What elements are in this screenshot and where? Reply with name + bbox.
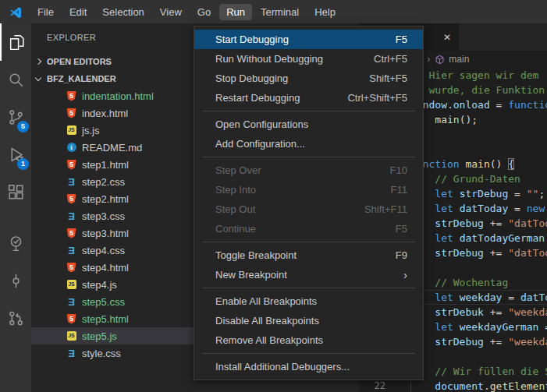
menu-item-new-breakpoint[interactable]: New Breakpoint› [194,265,423,284]
file-name: step2.css [82,176,125,188]
sidebar-title: EXPLORER [47,33,96,42]
js-file-icon: JS [66,125,77,135]
menu-item-step-over: Step OverF10 [194,161,423,180]
menubar-item-run[interactable]: Run [219,4,252,20]
html-file-icon: 5 [66,108,77,118]
file-name: README.md [82,142,142,154]
menu-item-label: New Breakpoint [215,269,403,281]
css-file-icon: Ǝ [66,177,77,187]
title-bar: FileEditSelectionViewGoRunTerminalHelp [0,0,547,23]
line-number[interactable]: 22 [359,379,392,392]
file-name: step4.js [82,279,117,291]
file-name: step4.css [82,245,125,256]
activity-bar: 51 [0,23,31,392]
breadcrumb-separator: › [427,54,430,65]
menubar-item-file[interactable]: File [30,4,61,20]
vscode-window: FileEditSelectionViewGoRunTerminalHelp 5… [0,0,547,392]
menu-separator [202,111,415,111]
file-name: js.js [82,125,99,136]
section-label: OPEN EDITORS [47,57,112,66]
file-name: step5.css [82,296,125,308]
chevron-right-icon [35,58,41,65]
menu-item-start-debugging[interactable]: Start DebuggingF5 [194,30,423,49]
html-file-icon: 5 [66,91,77,101]
menu-item-add-configuration[interactable]: Add Configuration... [194,134,423,154]
html-file-icon: 5 [66,194,77,204]
html-file-icon: 5 [66,263,77,273]
activitybar-extensions[interactable] [0,173,31,210]
activitybar-tree-check[interactable] [0,224,31,262]
menu-item-shortcut: Shift+F11 [364,203,407,215]
menubar-item-go[interactable]: Go [190,4,218,20]
menu-item-continue: ContinueF5 [194,219,423,238]
menu-item-label: Step Over [215,164,390,176]
css-file-icon: Ǝ [66,211,77,221]
activitybar-source-control[interactable]: 5 [0,98,31,136]
menu-item-shortcut: F10 [390,164,407,176]
menu-bar: FileEditSelectionViewGoRunTerminalHelp [30,0,343,23]
menubar-item-view[interactable]: View [153,4,189,20]
menubar-item-edit[interactable]: Edit [62,4,94,20]
menu-item-disable-all-breakpoints[interactable]: Disable All Breakpoints [194,311,423,330]
close-icon[interactable]: ✕ [443,32,451,43]
section-label: BFZ_KALENDER [47,74,116,83]
menu-item-shortcut: Shift+F5 [369,72,407,84]
file-name: step2.html [82,193,129,205]
menu-item-shortcut: F9 [396,249,407,261]
search-icon [6,70,26,90]
menu-item-label: Toggle Breakpoint [215,249,396,261]
menu-item-label: Disable All Breakpoints [215,315,407,327]
activitybar-search[interactable] [0,61,31,98]
run-menu-popup: Start DebuggingF5Run Without DebuggingCt… [194,26,424,380]
explorer-icon [7,33,27,52]
file-name: step4.html [82,262,129,274]
breadcrumb-symbol[interactable]: main [449,54,469,65]
menubar-item-help[interactable]: Help [307,4,343,20]
js-file-icon: JS [66,331,77,341]
css-file-icon: Ǝ [66,245,77,256]
menu-item-install-additional-debuggers[interactable]: Install Additional Debuggers... [194,357,423,376]
menubar-item-terminal[interactable]: Terminal [254,4,306,20]
file-name: step1.html [82,159,129,171]
menu-item-shortcut: F5 [396,223,407,235]
menu-item-shortcut: F11 [391,184,407,196]
commit-node-icon [6,271,26,291]
badge: 5 [17,121,29,132]
menu-item-stop-debugging[interactable]: Stop DebuggingShift+F5 [194,69,423,88]
menu-separator [202,242,415,242]
tree-check-icon [6,234,26,253]
menu-item-restart-debugging[interactable]: Restart DebuggingCtrl+Shift+F5 [194,88,423,108]
menu-item-shortcut: Ctrl+Shift+F5 [347,92,407,104]
html-file-icon: 5 [66,228,77,238]
menu-item-remove-all-breakpoints[interactable]: Remove All Breakpoints [194,330,423,350]
line-content[interactable]: document.getElementById(" [392,379,547,392]
menu-item-shortcut: F5 [396,34,407,45]
menu-item-step-into: Step IntoF11 [194,180,423,200]
activitybar-git-compare[interactable] [0,299,31,337]
menu-item-label: Start Debugging [215,34,396,45]
submenu-arrow-icon: › [403,269,407,281]
menu-separator [202,157,415,157]
js-file-icon: JS [66,280,77,289]
activitybar-explorer[interactable] [0,23,31,61]
activitybar-commit-node[interactable] [0,262,31,299]
menu-item-run-without-debugging[interactable]: Run Without DebuggingCtrl+F5 [194,49,423,69]
file-name: step5.js [82,330,117,342]
menu-item-label: Stop Debugging [215,72,369,84]
menu-separator [202,353,415,354]
menubar-item-selection[interactable]: Selection [95,4,151,20]
menu-item-shortcut: Ctrl+F5 [374,53,407,65]
menu-item-label: Run Without Debugging [215,53,374,65]
menu-item-toggle-breakpoint[interactable]: Toggle BreakpointF9 [194,245,423,265]
menu-item-label: Add Configuration... [215,138,407,150]
file-name: indentation.html [82,90,154,102]
html-file-icon: 5 [66,314,77,324]
html-file-icon: 5 [66,160,77,170]
menu-item-enable-all-breakpoints[interactable]: Enable All Breakpoints [194,291,423,311]
menu-item-label: Step Into [215,184,391,196]
menu-item-open-configurations[interactable]: Open Configurations [194,115,423,134]
activitybar-run-and-debug[interactable]: 1 [0,136,31,173]
info-file-icon: i [66,143,77,152]
file-name: step3.css [82,210,125,222]
css-file-icon: Ǝ [66,348,77,358]
